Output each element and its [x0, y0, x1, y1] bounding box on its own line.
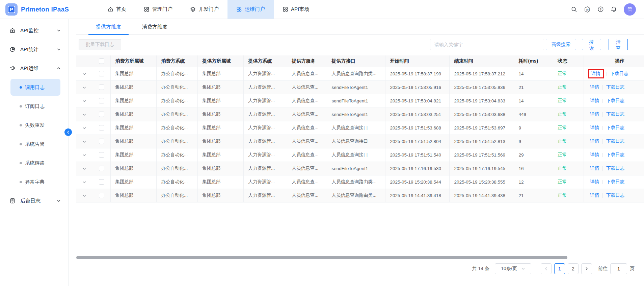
nav-item-admin-portal[interactable]: 管理门户: [135, 0, 181, 19]
grid-icon: [144, 6, 150, 12]
sidebar-item-backend-log[interactable]: 后台日志: [0, 191, 68, 210]
tab-consumer-dim[interactable]: 消费方维度: [135, 19, 175, 34]
row-checkbox[interactable]: [99, 152, 104, 158]
download-log-link[interactable]: 下载日志: [606, 85, 624, 90]
row-expand-toggle[interactable]: [82, 126, 86, 130]
sidebar-subitem-system-trace[interactable]: 系统链路: [0, 153, 68, 172]
sidebar-subitem-system-alert[interactable]: 系统告警: [0, 135, 68, 153]
row-expand-toggle[interactable]: [82, 180, 86, 184]
advanced-search-button[interactable]: 高级搜索: [546, 39, 576, 50]
sidebar-subitem-fail-resend[interactable]: 失败重发: [0, 116, 68, 135]
tab-provider-dim[interactable]: 提供方维度: [88, 19, 129, 34]
cell-provider-api: 人员信息查询路由类...: [327, 189, 385, 202]
row-checkbox[interactable]: [99, 71, 104, 76]
download-log-link[interactable]: 下载日志: [606, 193, 624, 198]
table-header-row: 消费方所属域消费方系统提供方所属域提供方系统提供方服务提供方接口开始时间结束时间…: [76, 55, 644, 67]
help-icon[interactable]: ?: [597, 6, 604, 13]
search-button[interactable]: 搜索: [582, 39, 601, 50]
divider: [602, 153, 603, 157]
sidebar-subitem-call-log[interactable]: 调用日志: [10, 79, 60, 96]
table-row: 集团总部办公自动化...集团总部人力资源管...人员信息查...人员信息查询路由…: [76, 175, 644, 189]
goto-page-input[interactable]: [610, 263, 627, 274]
row-checkbox[interactable]: [99, 179, 104, 185]
nav-item-dev-portal[interactable]: 开发门户: [181, 0, 227, 19]
ops-icon: [9, 65, 16, 71]
detail-link[interactable]: 详情: [591, 71, 600, 76]
page-unit-label: 页: [630, 266, 635, 272]
cell-start-time: 2025-05-19 17:53:04.821: [385, 94, 449, 108]
bell-icon[interactable]: [611, 6, 617, 13]
pagination: 共 14 条 10条/页 12 前往 页: [76, 259, 644, 279]
row-checkbox[interactable]: [99, 139, 104, 144]
horizontal-scrollbar[interactable]: [76, 256, 567, 259]
sidebar-subitem-subscribe-log[interactable]: 订阅日志: [0, 97, 68, 116]
detail-link[interactable]: 详情: [590, 139, 599, 144]
sidebar-subitem-exception-dict[interactable]: 异常字典: [0, 172, 68, 191]
cell-consumer-domain: 集团总部: [110, 189, 156, 202]
row-checkbox[interactable]: [99, 85, 104, 90]
page-button-1[interactable]: 1: [554, 263, 565, 274]
row-expand-toggle[interactable]: [82, 86, 86, 90]
topbar: P Primeton iPaaS 首页管理门户开发门户运维门户API市场 AI?…: [0, 0, 644, 19]
cell-status: 正常: [553, 162, 584, 175]
row-expand-toggle[interactable]: [82, 153, 86, 157]
prev-page-button[interactable]: [541, 263, 552, 274]
nav-item-home[interactable]: 首页: [99, 0, 135, 19]
bullet-icon: [20, 86, 22, 89]
cell-provider-system: 人力资源管...: [243, 94, 287, 108]
download-log-link[interactable]: 下载日志: [606, 152, 624, 157]
avatar[interactable]: 管: [624, 3, 636, 16]
detail-link[interactable]: 详情: [590, 193, 599, 198]
download-log-link[interactable]: 下载日志: [606, 179, 624, 184]
sidebar-item-api-stats[interactable]: API统计: [0, 40, 68, 59]
row-checkbox[interactable]: [99, 166, 104, 171]
download-log-link[interactable]: 下载日志: [606, 125, 624, 130]
detail-link[interactable]: 详情: [590, 152, 599, 157]
download-log-link[interactable]: 下载日志: [606, 98, 624, 103]
clear-button[interactable]: 清空: [609, 39, 628, 50]
detail-link[interactable]: 详情: [590, 179, 599, 184]
page-button-2[interactable]: 2: [568, 263, 579, 274]
cell-provider-domain: 集团总部: [197, 80, 243, 94]
cell-consumer-system: 办公自动化...: [156, 189, 197, 202]
nav-item-api-market[interactable]: API市场: [274, 0, 318, 19]
cell-provider-api: sendFileToAgent1: [327, 108, 385, 121]
next-page-button[interactable]: [581, 263, 592, 274]
detail-link[interactable]: 详情: [590, 85, 599, 90]
sidebar-collapse-toggle[interactable]: [64, 128, 72, 136]
download-log-link[interactable]: 下载日志: [606, 166, 624, 171]
download-log-link[interactable]: 下载日志: [606, 112, 624, 117]
column-header: 状态: [553, 55, 584, 67]
detail-link[interactable]: 详情: [590, 112, 599, 117]
select-all-checkbox[interactable]: [99, 58, 104, 64]
keyword-search-input[interactable]: [430, 39, 544, 50]
search-icon[interactable]: [571, 6, 577, 13]
batch-download-button[interactable]: 批量下载日志: [79, 39, 121, 50]
ai-icon[interactable]: AI: [584, 6, 591, 13]
sidebar-item-api-monitor[interactable]: API监控: [0, 21, 68, 40]
detail-link[interactable]: 详情: [590, 98, 599, 103]
row-checkbox[interactable]: [99, 112, 104, 117]
row-expand-toggle[interactable]: [82, 140, 86, 144]
row-expand-toggle[interactable]: [82, 194, 86, 198]
row-checkbox[interactable]: [99, 98, 104, 103]
nav-item-ops-portal[interactable]: 运维门户: [227, 0, 274, 19]
download-log-link[interactable]: 下载日志: [606, 139, 624, 144]
sidebar: API监控API统计API运维调用日志订阅日志失败重发系统告警系统链路异常字典后…: [0, 19, 69, 286]
row-expand-toggle[interactable]: [82, 113, 86, 117]
download-log-link[interactable]: 下载日志: [610, 71, 628, 76]
row-checkbox[interactable]: [99, 125, 104, 130]
row-checkbox[interactable]: [99, 193, 104, 198]
page-size-select[interactable]: 10条/页: [495, 263, 531, 274]
sidebar-item-api-ops[interactable]: API运维: [0, 59, 68, 78]
table-row: 集团总部办公自动化...集团总部人力资源管...人员信息查...sendFile…: [76, 162, 644, 175]
row-expand-toggle[interactable]: [82, 72, 86, 76]
cell-provider-api: 人员信息查询路由类...: [327, 175, 385, 189]
cell-start-time: 2025-05-19 17:53:05.916: [385, 80, 449, 94]
row-expand-toggle[interactable]: [82, 167, 86, 171]
detail-link[interactable]: 详情: [590, 166, 599, 171]
detail-link[interactable]: 详情: [590, 125, 599, 130]
cell-provider-service: 人员信息查...: [287, 121, 327, 135]
row-expand-toggle[interactable]: [82, 99, 86, 103]
cell-provider-api: 人员信息查询接口: [327, 135, 385, 148]
